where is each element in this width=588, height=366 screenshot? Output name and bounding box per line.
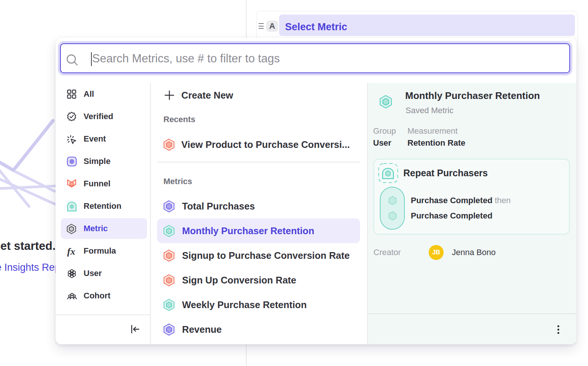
svg-text:fx: fx (67, 246, 75, 257)
